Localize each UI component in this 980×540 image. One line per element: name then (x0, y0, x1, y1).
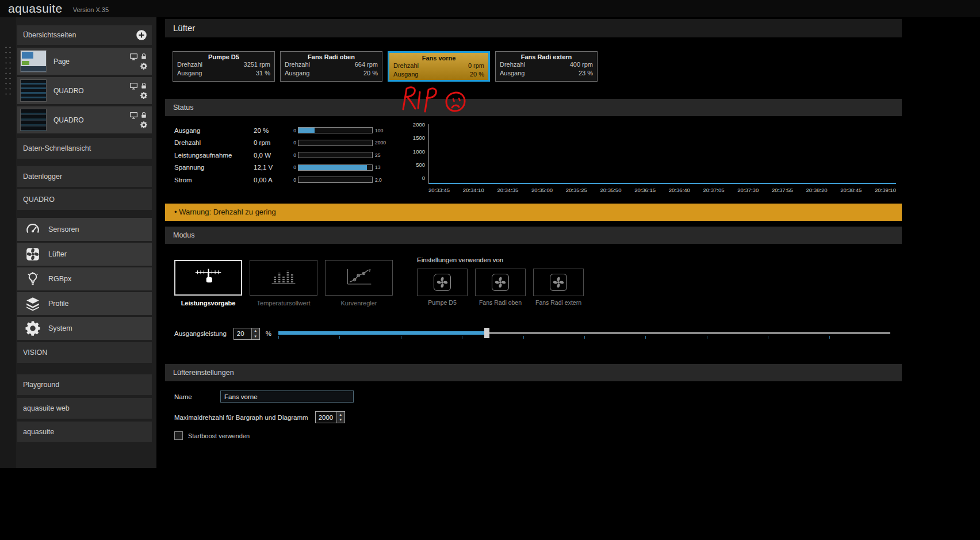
x-tick-label: 20:38:45 (840, 187, 862, 193)
sidebar-item-playground[interactable]: Playground (17, 374, 152, 395)
page-thumbnail (20, 79, 47, 102)
source-fans-radi-oben: Fans Radi oben (475, 269, 526, 306)
lock-icon[interactable] (140, 112, 147, 119)
mode-button-kurvenregler[interactable] (325, 260, 393, 296)
sidebar-item-profile[interactable]: Profile (17, 292, 152, 315)
mode-label: Leistungsvorgabe (174, 300, 242, 307)
page-thumbnail (20, 109, 47, 131)
fan-card-fans-radi-extern[interactable]: Fans Radi extern Drehzahl400 rpm Ausgang… (495, 51, 598, 82)
bar-max-label: 13 (375, 164, 380, 170)
mode-leistungsvorgabe: Leistungsvorgabe (174, 260, 242, 307)
sidebar-item-aquasuite-web[interactable]: aquasuite web (17, 398, 152, 419)
sidebar-item-aquasuite[interactable]: aquasuite (17, 422, 152, 442)
rpm-chart: 2000 1500 1000 500 0 20:33:45 20:34:10 2… (408, 124, 896, 193)
copy-from-fans-radi-extern-button[interactable] (533, 269, 584, 296)
copy-settings-group: Einstellungen verwenden von Pumpe D5 (417, 256, 584, 307)
modus-header: Modus (165, 227, 902, 244)
sidebar-item-vision[interactable]: VISION (17, 342, 152, 363)
y-tick-label: 1000 (413, 148, 425, 155)
sidebar-item-quadro[interactable]: QUADRO (17, 189, 152, 210)
source-fans-radi-extern: Fans Radi extern (533, 269, 584, 306)
max-rpm-input[interactable] (316, 412, 336, 423)
fan-name-input[interactable] (220, 390, 354, 403)
startboost-checkbox[interactable] (174, 431, 183, 440)
fan-card-pumpe-d5[interactable]: Pumpe D5 Drehzahl3251 rpm Ausgang31 % (173, 51, 275, 82)
bar-min-label: 0 (289, 177, 296, 183)
fan-settings-section: Lüftereinstellungen Name Maximaldrehzahl… (165, 364, 902, 449)
mode-button-leistungsvorgabe[interactable] (174, 260, 242, 296)
status-label: Leistungsaufnahme (174, 152, 254, 159)
lock-icon[interactable] (140, 82, 147, 90)
x-tick-label: 20:35:00 (531, 187, 553, 193)
startboost-label: Startboost verwenden (188, 432, 250, 439)
gear-icon[interactable] (140, 91, 148, 99)
fan-card-title: Fans Radi oben (281, 53, 382, 60)
sidebar-page-item[interactable]: QUADRO (17, 106, 152, 133)
spin-down-button[interactable]: ▼ (337, 418, 344, 423)
status-section: Status Ausgang 20 % 0 100 Drehzahl 0 rpm… (165, 99, 902, 196)
bargraph-icon (269, 267, 298, 289)
max-rpm-spinner[interactable]: ▲ ▼ (315, 411, 345, 423)
status-header: Status (165, 99, 902, 116)
spin-up-button[interactable]: ▲ (252, 328, 259, 334)
card-row-value: 0 rpm (468, 62, 484, 70)
fan-icon (17, 247, 48, 262)
sidebar-page-item[interactable]: Page (17, 48, 152, 75)
fan-card-fans-vorne-selected[interactable]: Fans vorne Drehzahl0 rpm Ausgang20 % (388, 51, 490, 82)
slider-handle[interactable] (484, 328, 489, 338)
source-label: Fans Radi extern (533, 299, 584, 306)
card-row-value: 3251 rpm (244, 60, 270, 69)
sidebar-item-daten-schnellansicht[interactable]: Daten-Schnellansicht (17, 138, 152, 159)
gear-icon[interactable] (140, 62, 148, 70)
monitor-icon[interactable] (129, 111, 139, 120)
x-tick-label: 20:37:05 (703, 187, 725, 193)
copy-from-fans-radi-oben-button[interactable] (475, 269, 526, 296)
output-power-slider[interactable] (278, 327, 890, 340)
mode-button-temperatursollwert[interactable] (250, 260, 317, 296)
gauge-icon (17, 222, 48, 237)
sidebar-item-label: aquasuite web (23, 404, 70, 412)
layers-icon (17, 296, 48, 311)
status-bargraph (298, 177, 373, 183)
monitor-icon[interactable] (129, 82, 139, 90)
status-label: Drehzahl (174, 139, 254, 146)
monitor-icon[interactable] (129, 52, 139, 61)
sidebar-item-datenlogger[interactable]: Datenlogger (17, 166, 152, 187)
spin-up-button[interactable]: ▲ (337, 412, 344, 418)
output-value-spinner[interactable]: ▲ ▼ (233, 328, 260, 340)
page-label: QUADRO (53, 87, 128, 95)
fan-card-fans-radi-oben[interactable]: Fans Radi oben Drehzahl664 rpm Ausgang20… (280, 51, 382, 82)
status-label: Ausgang (174, 127, 254, 134)
spin-down-button[interactable]: ▼ (252, 334, 259, 339)
sidebar-item-luefter[interactable]: Lüfter (17, 243, 152, 266)
sidebar-item-label: System (48, 324, 72, 332)
modus-section: Modus (165, 227, 902, 351)
status-label: Spannung (174, 164, 254, 171)
page-label: QUADRO (53, 116, 128, 124)
source-label: Pumpe D5 (417, 299, 468, 306)
sidebar-item-label: Lüfter (48, 250, 67, 258)
copy-from-pumpe-d5-button[interactable] (417, 269, 468, 296)
lock-icon[interactable] (140, 53, 147, 60)
mode-kurvenregler: Kurvenregler (325, 260, 393, 307)
chart-series-drehzahl (429, 183, 896, 184)
max-rpm-label: Maximaldrehzahl für Bargraph und Diagram… (174, 414, 308, 421)
add-page-button[interactable] (136, 29, 147, 41)
output-value-input[interactable] (234, 328, 251, 339)
sidebar-item-sensoren[interactable]: Sensoren (17, 218, 152, 241)
card-row-value: 31 % (256, 69, 270, 78)
sidebar-page-item[interactable]: QUADRO (17, 77, 152, 104)
copy-settings-label: Einstellungen verwenden von (417, 256, 584, 263)
sidebar-item-rgbpx[interactable]: RGBpx (17, 267, 152, 290)
status-bargraph (298, 152, 373, 158)
status-bargraph (298, 140, 373, 146)
slider-ticks (278, 336, 890, 339)
y-tick-label: 500 (416, 162, 425, 168)
fan-card-title: Pumpe D5 (173, 53, 274, 60)
fan-name-label: Name (174, 393, 220, 400)
x-tick-label: 20:39:10 (875, 187, 896, 193)
sidebar-item-system[interactable]: System (17, 317, 152, 340)
card-row-label: Drehzahl (393, 62, 419, 70)
gear-icon[interactable] (140, 121, 148, 129)
bulb-icon (17, 271, 48, 286)
